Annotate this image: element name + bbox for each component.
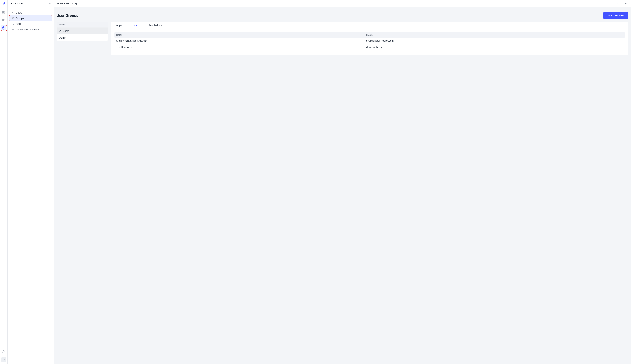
tabs: Apps User Permissions: [111, 22, 628, 29]
sidebar-item-label: Workspace Variables: [16, 28, 39, 31]
sidebar-item-label: Groups: [16, 17, 24, 20]
cell-name: Shubhendra Singh Chauhan: [114, 38, 364, 44]
rocket-icon: [2, 2, 6, 6]
sidebar-item-groups[interactable]: Groups: [10, 16, 52, 21]
sidebar-item-sso[interactable]: SSO: [10, 21, 52, 27]
sidebar: Engineering Users Groups SSO: [8, 0, 54, 364]
nav-apps[interactable]: [1, 10, 6, 15]
bell-icon: [2, 350, 6, 354]
svg-point-12: [13, 18, 14, 18]
column-header-email: EMAIL: [364, 32, 625, 38]
groups-panel-header: NAME: [57, 22, 108, 28]
users-icon: [11, 17, 14, 20]
content-header: User Groups Create new group: [56, 12, 628, 18]
groups-panel: NAME All Users Admin: [56, 22, 108, 41]
content: User Groups Create new group NAME All Us…: [54, 7, 631, 58]
workspace-switcher[interactable]: Engineering: [8, 0, 54, 7]
tab-user[interactable]: User: [127, 22, 143, 29]
page-title: User Groups: [56, 14, 78, 18]
shield-icon: [11, 22, 14, 26]
nav-database[interactable]: [1, 17, 6, 22]
user-icon: [11, 11, 14, 14]
column-header-name: NAME: [114, 32, 364, 38]
svg-point-11: [12, 18, 13, 18]
app-version: v2.0.0-beta: [617, 2, 628, 5]
svg-point-14: [13, 29, 14, 30]
gear-icon: [2, 26, 6, 30]
table-header-row: NAME EMAIL: [114, 32, 625, 38]
cell-email: dev@tooljet.io: [364, 44, 625, 50]
tab-permissions[interactable]: Permissions: [143, 22, 167, 29]
table-row[interactable]: The Developer dev@tooljet.io: [114, 44, 625, 50]
svg-rect-6: [2, 19, 5, 21]
panels: NAME All Users Admin Apps User Permissio…: [56, 22, 628, 55]
breadcrumb-title: Workspace settings: [56, 2, 78, 5]
users-table: NAME EMAIL Shubhendra Singh Chauhan shub…: [111, 29, 628, 55]
group-detail-panel: Apps User Permissions NAME EMAIL Shubhen…: [111, 22, 628, 55]
nav-settings[interactable]: [1, 25, 6, 30]
user-avatar[interactable]: TD: [1, 357, 6, 362]
group-row[interactable]: All Users: [57, 28, 108, 34]
svg-point-13: [12, 29, 12, 30]
sidebar-item-label: SSO: [16, 22, 21, 26]
sidebar-nav: Users Groups SSO Workspace Variables: [8, 7, 54, 32]
table-icon: [2, 18, 6, 22]
nav-notifications[interactable]: [1, 349, 6, 354]
tab-apps[interactable]: Apps: [111, 22, 127, 29]
workspace-name: Engineering: [11, 2, 24, 5]
main-area: Workspace settings v2.0.0-beta User Grou…: [54, 0, 631, 364]
sidebar-item-workspace-variables[interactable]: Workspace Variables: [10, 27, 52, 32]
icon-rail: TD: [0, 0, 8, 364]
svg-rect-1: [2, 11, 4, 12]
app-logo[interactable]: [2, 2, 6, 6]
svg-point-9: [3, 28, 4, 28]
svg-point-0: [4, 3, 4, 4]
apps-icon: [2, 10, 6, 14]
group-row[interactable]: Admin: [57, 34, 108, 41]
cell-email: shubhendra@tooljet.com: [364, 38, 625, 44]
main-header: Workspace settings v2.0.0-beta: [54, 0, 631, 7]
svg-rect-3: [4, 12, 5, 13]
svg-rect-2: [2, 12, 4, 13]
sidebar-item-users[interactable]: Users: [10, 10, 52, 16]
create-new-group-button[interactable]: Create new group: [603, 12, 628, 18]
variable-icon: [11, 28, 14, 31]
cell-name: The Developer: [114, 44, 364, 50]
table-row[interactable]: Shubhendra Singh Chauhan shubhendra@tool…: [114, 38, 625, 44]
sidebar-item-label: Users: [16, 11, 22, 14]
svg-point-10: [12, 12, 13, 12]
chevron-down-icon: [48, 2, 51, 5]
